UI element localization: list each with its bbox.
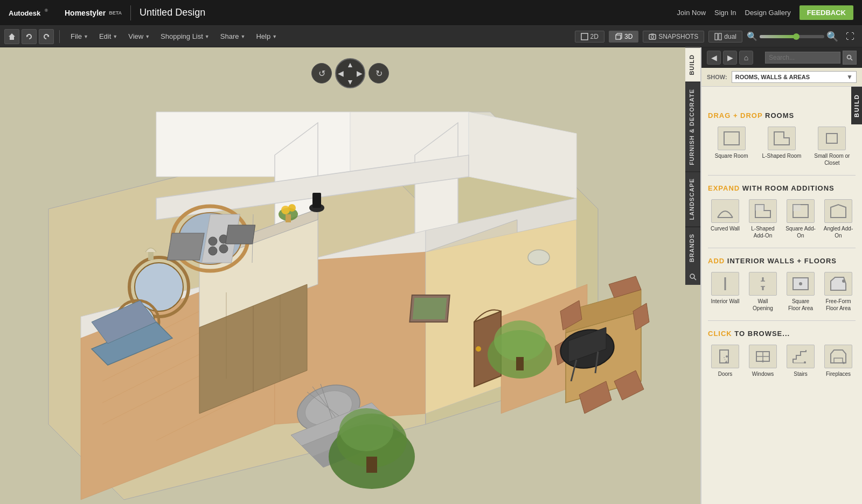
viewport[interactable]: ↺ ▲ ◀ ▶ ▼ ↻ bbox=[0, 47, 700, 504]
divider-2 bbox=[708, 248, 856, 248]
curved-wall-icon bbox=[711, 199, 739, 223]
stairs-item[interactable]: Stairs bbox=[783, 342, 818, 380]
brands-tab[interactable]: BRANDS bbox=[685, 227, 700, 269]
3d-icon bbox=[615, 33, 622, 40]
doors-item[interactable]: Doors bbox=[708, 342, 742, 380]
svg-rect-57 bbox=[167, 233, 204, 260]
add-walls-floors-header: ADD INTERIOR WALLS + FLOORS bbox=[708, 256, 856, 265]
landscape-tab[interactable]: LANDSCAPE bbox=[685, 171, 700, 226]
nav-right-arrow[interactable]: ▶ bbox=[357, 69, 363, 78]
wall-opening-item[interactable]: Wall Opening bbox=[746, 270, 780, 314]
l-shaped-addon-shape bbox=[753, 203, 773, 219]
square-floor-label: Square Floor Area bbox=[785, 298, 816, 312]
interior-wall-shape bbox=[715, 276, 735, 292]
l-shaped-addon-item[interactable]: L-Shaped Add-On bbox=[746, 197, 780, 241]
nav-down-arrow[interactable]: ▼ bbox=[346, 78, 354, 86]
rotate-left-button[interactable]: ↺ bbox=[311, 63, 332, 83]
panel-search-area bbox=[765, 51, 857, 65]
edit-menu[interactable]: Edit ▼ bbox=[94, 30, 123, 43]
furnish-decorate-tab[interactable]: FURNISH & DECORATE bbox=[685, 82, 700, 172]
zoom-slider-track[interactable] bbox=[760, 35, 824, 38]
redo-button[interactable] bbox=[39, 29, 54, 44]
build-tab[interactable]: BUILD bbox=[685, 47, 700, 82]
design-title[interactable]: Untitled Design bbox=[140, 7, 205, 18]
wall-opening-label: Wall Opening bbox=[748, 298, 778, 312]
sign-in-link[interactable]: Sign In bbox=[714, 9, 736, 17]
svg-marker-116 bbox=[831, 277, 846, 290]
design-gallery-link[interactable]: Design Gallery bbox=[745, 9, 791, 17]
help-menu[interactable]: Help ▼ bbox=[251, 30, 282, 43]
search-tab[interactable] bbox=[685, 269, 700, 285]
svg-point-124 bbox=[762, 360, 764, 362]
freeform-floor-item[interactable]: Free-Form Floor Area bbox=[821, 270, 856, 314]
join-now-link[interactable]: Join Now bbox=[677, 9, 706, 17]
show-label: SHOW: bbox=[707, 74, 727, 80]
top-right-nav: Join Now Sign In Design Gallery FEEDBACK bbox=[677, 5, 853, 20]
stairs-icon bbox=[787, 345, 815, 368]
interior-wall-item[interactable]: Interior Wall bbox=[708, 270, 742, 314]
fullscreen-button[interactable]: ⛶ bbox=[843, 31, 858, 43]
snapshots-button[interactable]: SNAPSHOTS bbox=[643, 31, 704, 43]
angled-addon-item[interactable]: Angled Add-On bbox=[821, 197, 856, 241]
zoom-in-icon[interactable]: 🔍 bbox=[826, 31, 838, 43]
wall-opening-icon bbox=[749, 272, 777, 296]
show-dropdown-arrow: ▼ bbox=[846, 73, 853, 81]
panel-home-button[interactable]: ⌂ bbox=[739, 51, 753, 65]
nav-up-arrow[interactable]: ▲ bbox=[346, 60, 354, 69]
dual-view-button[interactable]: dual bbox=[708, 31, 742, 43]
nav-center-control[interactable]: ▲ ◀ ▶ ▼ bbox=[335, 58, 365, 88]
show-dropdown[interactable]: ROOMS, WALLS & AREAS ▼ bbox=[732, 71, 857, 83]
square-addon-item[interactable]: Square Add-On bbox=[783, 197, 818, 241]
angled-addon-shape bbox=[829, 203, 848, 219]
toolbar-menu: File ▼ Edit ▼ View ▼ Shopping List ▼ Sha… bbox=[65, 30, 282, 43]
freeform-floor-shape bbox=[829, 276, 848, 292]
square-room-item[interactable]: Square Room bbox=[708, 124, 755, 169]
view-menu[interactable]: View ▼ bbox=[123, 30, 155, 43]
home-icon-button[interactable] bbox=[4, 29, 19, 44]
svg-marker-16 bbox=[156, 112, 350, 177]
small-room-item[interactable]: Small Room or Closet bbox=[809, 124, 856, 169]
small-room-shape bbox=[822, 130, 842, 146]
svg-point-66 bbox=[288, 204, 296, 212]
fireplaces-item[interactable]: Fireplaces bbox=[821, 342, 856, 380]
curved-wall-item[interactable]: Curved Wall bbox=[708, 197, 742, 241]
interior-wall-icon bbox=[711, 272, 739, 296]
l-shaped-room-item[interactable]: L-Shaped Room bbox=[758, 124, 805, 169]
shopping-list-menu[interactable]: Shopping List ▼ bbox=[155, 30, 215, 43]
svg-line-97 bbox=[694, 278, 696, 280]
fireplaces-icon bbox=[824, 345, 852, 368]
l-shaped-addon-icon bbox=[749, 199, 777, 223]
zoom-slider-thumb[interactable] bbox=[793, 33, 800, 40]
panel-search-button[interactable] bbox=[843, 51, 857, 65]
panel-forward-button[interactable]: ▶ bbox=[723, 51, 737, 65]
angled-addon-icon bbox=[824, 199, 852, 223]
click-browse-header: CLICK TO BROWSE... bbox=[708, 328, 856, 338]
svg-point-90 bbox=[339, 408, 393, 451]
main-area: ↺ ▲ ◀ ▶ ▼ ↻ bbox=[0, 47, 862, 504]
small-room-label: Small Room or Closet bbox=[811, 152, 853, 166]
product-name: Homestyler bbox=[65, 9, 106, 17]
2d-view-button[interactable]: 2D bbox=[575, 31, 604, 43]
zoom-out-icon[interactable]: 🔍 bbox=[747, 31, 757, 41]
rotate-right-button[interactable]: ↻ bbox=[369, 63, 389, 83]
square-floor-item[interactable]: Square Floor Area bbox=[783, 270, 818, 314]
undo-button[interactable] bbox=[22, 29, 37, 44]
panel-search-input[interactable] bbox=[765, 52, 840, 64]
drag-drop-text: DRAG + DROP bbox=[708, 111, 765, 120]
svg-rect-10 bbox=[719, 33, 721, 40]
svg-rect-9 bbox=[715, 33, 718, 40]
svg-rect-105 bbox=[755, 205, 764, 211]
undo-icon bbox=[25, 33, 33, 40]
share-menu[interactable]: Share ▼ bbox=[215, 30, 251, 43]
3d-view-button[interactable]: 3D bbox=[609, 31, 638, 43]
svg-line-99 bbox=[851, 59, 852, 60]
nav-left-arrow[interactable]: ◀ bbox=[338, 69, 344, 78]
square-addon-shape bbox=[791, 203, 810, 219]
rooms-grid: Square Room L-Shaped Room bbox=[708, 124, 856, 169]
fireplaces-label: Fireplaces bbox=[826, 370, 851, 377]
file-menu[interactable]: File ▼ bbox=[65, 30, 94, 43]
windows-item[interactable]: Windows bbox=[746, 342, 780, 380]
feedback-button[interactable]: FEEDBACK bbox=[800, 5, 853, 20]
panel-back-button[interactable]: ◀ bbox=[707, 51, 721, 65]
additions-grid: Curved Wall L-Shaped Add-On bbox=[708, 197, 856, 241]
